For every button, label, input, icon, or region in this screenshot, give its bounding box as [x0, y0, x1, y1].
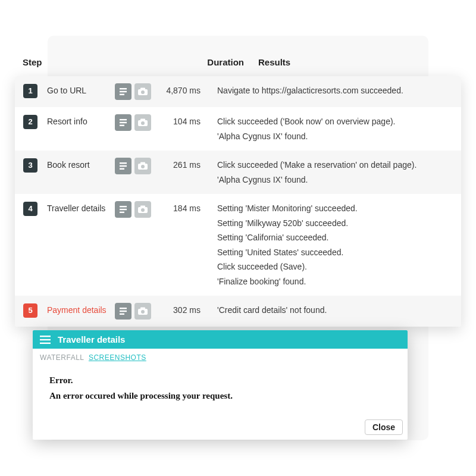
popup-body: Error. An error occured while processing…	[33, 364, 408, 416]
svg-rect-12	[120, 162, 127, 164]
log-icon[interactable]	[115, 114, 131, 131]
step-duration: 184 ms	[153, 201, 205, 216]
svg-rect-10	[140, 119, 145, 121]
step-duration: 4,870 ms	[153, 83, 205, 98]
steps-table: 1Go to URL4,870 msNavigate to https://ga…	[15, 76, 461, 327]
step-duration: 104 ms	[153, 114, 205, 129]
result-line: Navigate to https://galacticresorts.com …	[217, 83, 453, 98]
result-line: Setting 'Milkyway 520b' succeeded.	[217, 216, 453, 231]
tab-waterfall[interactable]: WATERFALL	[40, 353, 84, 362]
log-icon[interactable]	[115, 158, 131, 174]
step-name: Resort info	[37, 114, 115, 129]
svg-rect-30	[40, 336, 51, 337]
step-icons	[115, 303, 153, 320]
svg-rect-7	[120, 122, 127, 123]
svg-point-5	[141, 90, 145, 94]
error-message: An error occured while processing your r…	[49, 388, 391, 403]
result-line: 'Finalize booking' found.	[217, 274, 453, 289]
step-name: Book resort	[37, 158, 115, 173]
header-results: Results	[244, 57, 463, 67]
result-line: 'Alpha Cygnus IX' found.	[217, 129, 453, 144]
svg-point-23	[141, 208, 145, 212]
step-details-popup: Traveller details WATERFALL SCREENSHOTS …	[33, 330, 408, 440]
step-results: Navigate to https://galacticresorts.com …	[205, 83, 453, 98]
step-duration: 302 ms	[153, 303, 205, 318]
svg-rect-13	[120, 165, 127, 167]
camera-icon[interactable]	[134, 83, 151, 100]
menu-icon[interactable]	[40, 336, 51, 344]
step-duration: 261 ms	[153, 158, 205, 173]
svg-rect-4	[140, 88, 145, 90]
step-icons	[115, 201, 153, 218]
svg-point-29	[141, 310, 145, 314]
result-line: Setting 'California' succeeded.	[217, 230, 453, 245]
svg-rect-20	[120, 212, 124, 213]
step-results: Click succeeded ('Make a reservation' on…	[205, 158, 453, 187]
svg-rect-0	[120, 88, 127, 89]
step-name: Payment details	[37, 303, 115, 318]
svg-rect-6	[120, 119, 127, 120]
svg-rect-1	[120, 91, 127, 92]
svg-rect-31	[40, 339, 51, 340]
result-line: Setting 'United States' succeeded.	[217, 245, 453, 260]
log-icon[interactable]	[115, 201, 131, 218]
svg-rect-32	[40, 342, 51, 343]
step-number-badge: 2	[23, 115, 37, 129]
svg-rect-18	[120, 206, 127, 207]
step-number-badge: 3	[23, 158, 37, 173]
camera-icon[interactable]	[134, 201, 151, 218]
camera-icon[interactable]	[134, 303, 151, 320]
result-line: 'Credit card details' not found.	[217, 303, 453, 318]
svg-rect-19	[120, 209, 127, 210]
header-duration: Duration	[196, 57, 244, 67]
popup-footer: Close	[33, 416, 408, 440]
svg-rect-25	[120, 311, 127, 312]
result-line: Click succeeded (Save).	[217, 259, 453, 274]
close-button[interactable]: Close	[365, 419, 403, 435]
svg-rect-16	[140, 162, 145, 165]
svg-rect-14	[120, 168, 124, 170]
svg-rect-2	[120, 94, 124, 95]
step-icons	[115, 83, 153, 100]
log-icon[interactable]	[115, 83, 131, 100]
step-icons	[115, 158, 153, 174]
step-results: Click succeeded ('Book now' on overview …	[205, 114, 453, 143]
popup-header: Traveller details	[33, 330, 408, 349]
log-icon[interactable]	[115, 303, 131, 320]
svg-rect-28	[140, 308, 145, 310]
table-row[interactable]: 2Resort info104 msClick succeeded ('Book…	[15, 107, 461, 151]
step-results: 'Credit card details' not found.	[205, 303, 453, 318]
table-row[interactable]: 1Go to URL4,870 msNavigate to https://ga…	[15, 76, 461, 107]
steps-header: Step Duration Results	[23, 57, 463, 67]
header-step: Step	[23, 57, 136, 67]
step-name: Traveller details	[37, 201, 115, 216]
popup-tabs: WATERFALL SCREENSHOTS	[33, 349, 408, 364]
result-line: Click succeeded ('Book now' on overview …	[217, 114, 453, 129]
svg-rect-26	[120, 314, 124, 315]
step-results: Setting 'Mister Monitoring' succeeded.Se…	[205, 201, 453, 289]
result-line: Setting 'Mister Monitoring' succeeded.	[217, 201, 453, 216]
svg-rect-8	[120, 125, 124, 126]
table-row[interactable]: 4Traveller details184 msSetting 'Mister …	[15, 194, 461, 296]
tab-screenshots[interactable]: SCREENSHOTS	[89, 353, 146, 362]
step-name: Go to URL	[37, 83, 115, 98]
camera-icon[interactable]	[134, 158, 151, 174]
step-number-badge: 4	[23, 202, 37, 216]
svg-point-17	[141, 165, 145, 168]
svg-rect-22	[140, 206, 145, 208]
svg-point-11	[141, 121, 145, 125]
result-line: Click succeeded ('Make a reservation' on…	[217, 158, 453, 173]
step-icons	[115, 114, 153, 131]
popup-title: Traveller details	[58, 334, 125, 345]
error-title: Error.	[49, 372, 391, 388]
step-number-badge: 5	[23, 303, 37, 318]
camera-icon[interactable]	[134, 114, 151, 131]
table-row[interactable]: 3Book resort261 msClick succeeded ('Make…	[15, 151, 461, 194]
step-number-badge: 1	[23, 84, 37, 98]
svg-rect-24	[120, 308, 127, 309]
result-line: 'Alpha Cygnus IX' found.	[217, 173, 453, 187]
table-row[interactable]: 5Payment details302 ms'Credit card detai…	[15, 296, 461, 327]
